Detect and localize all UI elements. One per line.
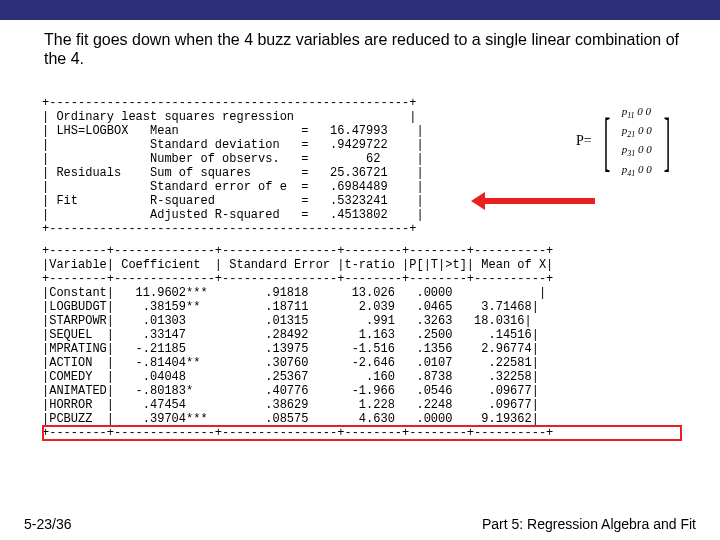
bracket-right-icon: ] <box>663 108 670 174</box>
footer: 5-23/36 Part 5: Regression Algebra and F… <box>0 516 720 532</box>
p-matrix: P= [ p11 0 0 p21 0 0 p31 0 0 p41 0 0 ] <box>576 105 678 178</box>
bracket-left-icon: [ <box>603 108 610 174</box>
matrix-label: P= <box>576 133 592 149</box>
slide-description: The fit goes down when the 4 buzz variab… <box>44 30 684 68</box>
footer-section-title: Part 5: Regression Algebra and Fit <box>482 516 696 532</box>
footer-page-number: 5-23/36 <box>24 516 71 532</box>
slide: The fit goes down when the 4 buzz variab… <box>0 0 720 540</box>
header-accent-bar <box>0 0 720 20</box>
regression-summary-table: +---------------------------------------… <box>42 96 462 236</box>
coefficient-table: +--------+--------------+---------------… <box>42 244 702 440</box>
matrix-column-values: p11 0 0 p21 0 0 p31 0 0 p41 0 0 <box>622 105 652 178</box>
red-arrow-icon <box>485 198 595 204</box>
